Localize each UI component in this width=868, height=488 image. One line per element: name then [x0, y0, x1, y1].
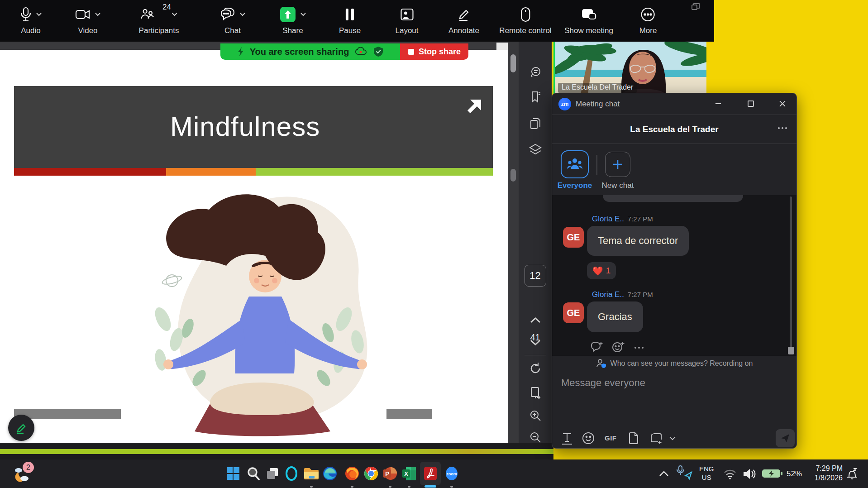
message-more-icon[interactable] — [634, 346, 644, 349]
add-reaction-icon[interactable] — [612, 341, 625, 353]
task-view-icon — [265, 466, 280, 481]
more-button[interactable]: More — [639, 5, 657, 35]
volume-icon[interactable] — [742, 468, 757, 480]
next-slide-chevron-icon[interactable] — [529, 339, 541, 346]
message-author[interactable]: Gloria E.. — [592, 215, 624, 223]
screen-share-green-border — [0, 449, 553, 454]
presenter-sidebar: 12 41 — [519, 42, 552, 449]
alexa-app[interactable] — [281, 464, 301, 483]
chevron-down-icon[interactable] — [240, 13, 245, 16]
tray-expand-chevron-icon[interactable] — [659, 470, 669, 477]
windows-start-icon — [226, 466, 240, 481]
stop-share-button[interactable]: Stop share — [400, 43, 468, 60]
minimize-icon[interactable] — [714, 100, 722, 108]
clipped-previous-message — [603, 195, 743, 202]
presentation-scrollbar[interactable] — [508, 42, 519, 449]
reply-thread-icon[interactable] — [590, 341, 604, 353]
screenshot-icon[interactable] — [650, 432, 663, 445]
restore-window-icon[interactable] — [692, 3, 700, 10]
zoom-out-icon[interactable] — [529, 431, 542, 444]
caption-icon[interactable] — [529, 65, 542, 79]
annotation-pencil-button[interactable] — [8, 415, 34, 441]
layout-button[interactable]: Layout — [395, 5, 418, 35]
participant-video-tile[interactable]: La Escuela Del Trader — [553, 42, 706, 94]
cloud-recording-icon — [354, 47, 368, 56]
maximize-icon[interactable] — [747, 100, 755, 108]
edge-app[interactable] — [320, 464, 340, 483]
firefox-app[interactable] — [342, 464, 362, 483]
scrollbar-thumb-secondary[interactable] — [510, 169, 516, 182]
avatar[interactable]: GE — [563, 302, 584, 323]
chat-titlebar[interactable]: zm Meeting chat — [552, 93, 796, 115]
zoom-app[interactable]: zoom — [442, 464, 462, 483]
message-author[interactable]: Gloria E.. — [592, 290, 624, 299]
chat-message-list[interactable]: Gloria E..7:27 PM GE Tema de corrector ❤… — [552, 195, 796, 356]
chat-scrollbar[interactable] — [790, 196, 792, 350]
presentation-slide: Mindfulness — [0, 50, 508, 443]
participants-button[interactable]: 24 Participants — [139, 5, 179, 35]
chevron-down-icon[interactable] — [172, 13, 177, 16]
chrome-app[interactable] — [361, 464, 381, 483]
annotate-pencil-icon — [457, 7, 471, 22]
excel-icon: X — [401, 466, 417, 481]
slideshow-menu-button[interactable] — [496, 43, 508, 50]
tab-everyone-label[interactable]: Everyone — [558, 181, 592, 190]
task-view-button[interactable] — [262, 464, 282, 483]
copy-slide-icon[interactable] — [529, 117, 542, 130]
chevron-down-icon[interactable] — [95, 13, 100, 16]
format-text-icon[interactable] — [561, 432, 573, 445]
tab-new-chat[interactable] — [605, 152, 630, 177]
current-slide-badge[interactable]: 12 — [525, 265, 546, 287]
show-meeting-button[interactable]: Show meeting — [564, 5, 613, 35]
zoom-in-icon[interactable] — [529, 409, 542, 422]
acrobat-app[interactable] — [420, 464, 440, 483]
chat-button[interactable]: Chat — [220, 5, 245, 35]
send-paper-plane-icon — [780, 433, 790, 443]
message-bubble[interactable]: Tema de corrector — [587, 226, 689, 256]
pause-button[interactable]: Pause — [339, 5, 361, 35]
attach-file-icon[interactable] — [628, 432, 639, 445]
bookmark-icon[interactable] — [529, 90, 542, 104]
avatar[interactable]: GE — [563, 227, 584, 248]
export-page-icon[interactable] — [529, 386, 542, 399]
weather-widget[interactable]: 2 — [12, 464, 32, 483]
chat-menu-ellipsis-icon[interactable] — [777, 126, 787, 130]
tray-clock[interactable]: 7:29 PM 1/8/2026 — [802, 464, 843, 483]
chat-message-input[interactable] — [557, 373, 790, 425]
send-message-button[interactable] — [776, 429, 795, 447]
show-meeting-icon — [581, 8, 596, 21]
message-reaction[interactable]: ❤️ 1 — [587, 262, 616, 279]
privacy-notice-bar[interactable]: Who can see your messages? Recording on — [552, 356, 796, 371]
video-button[interactable]: Video — [75, 5, 100, 35]
chevron-down-icon[interactable] — [300, 13, 306, 16]
share-screen-icon — [280, 6, 296, 23]
refresh-icon[interactable] — [529, 362, 542, 375]
tray-mic-location[interactable] — [675, 465, 693, 481]
battery-status[interactable]: 52% — [761, 468, 802, 479]
remote-control-button[interactable]: Remote control — [499, 5, 551, 35]
tab-new-chat-label[interactable]: New chat — [602, 181, 634, 190]
layers-icon[interactable] — [528, 143, 543, 156]
file-explorer-icon — [303, 467, 320, 480]
chat-scroll-handle[interactable] — [788, 347, 794, 354]
chevron-down-icon[interactable] — [36, 13, 42, 16]
language-indicator[interactable]: ENG US — [699, 464, 714, 482]
share-button[interactable]: Share — [280, 5, 306, 35]
close-icon[interactable] — [778, 100, 787, 108]
powerpoint-app[interactable]: P — [380, 464, 400, 483]
notifications-dnd-bell-icon[interactable] — [845, 467, 859, 481]
tab-everyone[interactable] — [561, 150, 589, 178]
composer-chevron-icon[interactable] — [669, 436, 676, 440]
wifi-icon[interactable] — [723, 469, 737, 479]
search-button[interactable] — [243, 464, 263, 483]
gif-button[interactable]: GIF — [605, 434, 617, 442]
scrollbar-thumb[interactable] — [510, 54, 516, 72]
message-bubble[interactable]: Gracias — [587, 301, 643, 332]
annotate-button[interactable]: Annotate — [448, 5, 479, 35]
start-button[interactable] — [223, 464, 243, 483]
file-explorer-app[interactable] — [301, 464, 321, 483]
previous-slide-chevron-icon[interactable] — [529, 316, 541, 324]
audio-button[interactable]: Audio — [20, 5, 42, 35]
emoji-icon[interactable] — [582, 432, 595, 445]
excel-app[interactable]: X — [399, 464, 419, 483]
